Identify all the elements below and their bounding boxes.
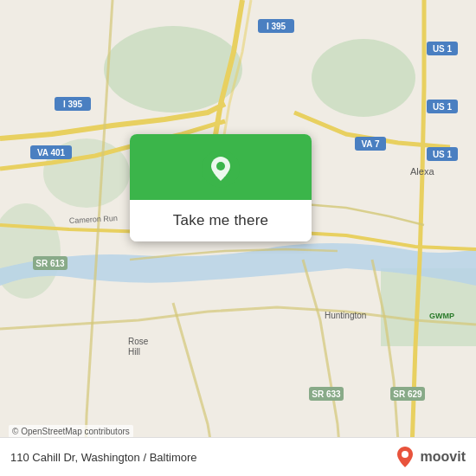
svg-text:Alexa: Alexa (410, 166, 434, 177)
take-me-there-button[interactable]: Take me there (130, 200, 312, 241)
svg-text:GWMP: GWMP (429, 312, 454, 320)
moovit-logo: moovit (393, 445, 466, 469)
svg-text:SR 613: SR 613 (35, 259, 65, 268)
moovit-pin-icon (393, 445, 417, 469)
svg-text:US 1: US 1 (433, 44, 453, 54)
svg-text:US 1: US 1 (433, 102, 453, 112)
cta-green-area (130, 134, 312, 200)
cta-card: Take me there (130, 134, 312, 241)
svg-text:SR 633: SR 633 (312, 389, 341, 399)
address-text: 110 Cahill Dr, Washington / Baltimore (10, 451, 197, 464)
moovit-logo-text: moovit (421, 449, 466, 465)
map-container: I 395 I 395 US 1 US 1 US 1 VA 401 VA 7 C… (0, 0, 476, 476)
svg-text:VA 401: VA 401 (37, 148, 66, 158)
svg-text:I 395: I 395 (63, 100, 83, 109)
copyright-text: © OpenStreetMap contributors (9, 425, 133, 438)
svg-text:SR 629: SR 629 (393, 389, 422, 399)
svg-text:I 395: I 395 (267, 22, 286, 31)
svg-text:Huntington: Huntington (325, 311, 366, 320)
svg-point-33 (216, 162, 225, 170)
svg-point-34 (402, 451, 408, 458)
bottom-bar: 110 Cahill Dr, Washington / Baltimore mo… (0, 437, 476, 476)
svg-text:US 1: US 1 (433, 150, 453, 159)
location-pin-icon (202, 150, 240, 188)
svg-text:VA 7: VA 7 (361, 139, 380, 149)
svg-text:Rose: Rose (128, 337, 149, 346)
svg-point-2 (312, 39, 415, 117)
svg-text:Hill: Hill (128, 347, 140, 357)
